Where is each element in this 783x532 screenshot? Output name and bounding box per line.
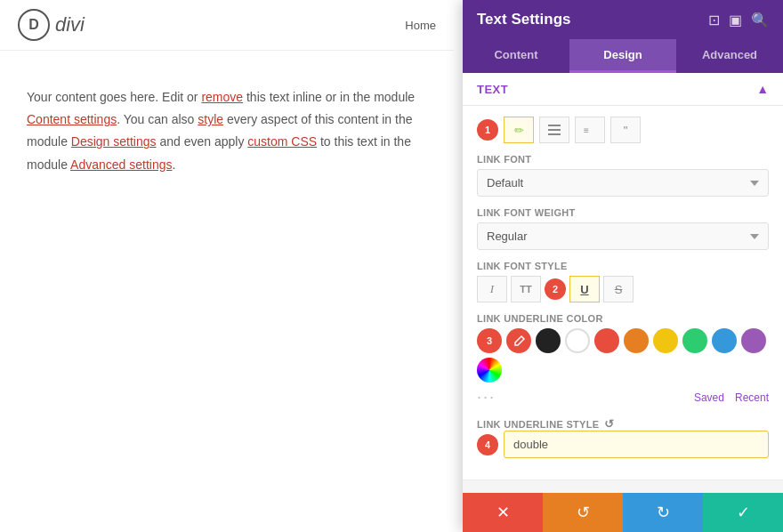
toolbar-save-button[interactable]: ✓	[703, 493, 783, 532]
tab-advanced[interactable]: Advanced	[676, 39, 783, 73]
link-underline-style-label: Link Underline Style ↺	[477, 417, 769, 431]
style-link[interactable]: style	[198, 112, 223, 126]
color-dots: ···	[477, 388, 496, 407]
toolbar-redo-button[interactable]: ↻	[623, 493, 703, 532]
text-align-row: 1 ✏ ≡ "	[477, 117, 769, 143]
tab-content[interactable]: Content	[463, 39, 569, 73]
link-font-style-group: Link Font Style I TT 2 U S	[477, 261, 769, 302]
toolbar-reset-button[interactable]: ↺	[543, 493, 623, 532]
link-font-weight-select[interactable]: Regular	[477, 222, 769, 250]
color-swatch-black[interactable]	[536, 328, 561, 353]
search-icon[interactable]: 🔍	[751, 12, 769, 28]
font-style-strikethrough[interactable]: S	[603, 276, 634, 302]
step-badge-4: 4	[477, 434, 498, 455]
align-btn-pencil[interactable]: ✏	[504, 117, 534, 143]
color-swatch-rainbow[interactable]	[477, 358, 502, 383]
remove-link[interactable]: remove	[201, 90, 243, 104]
panel-body: Text ▲ 1 ✏ ≡ " Link Font Default	[463, 73, 783, 493]
section-header: Text ▲	[463, 73, 783, 106]
section-collapse-icon[interactable]: ▲	[756, 82, 769, 96]
section-title: Text	[477, 83, 508, 96]
layout-icon[interactable]: ▣	[729, 12, 742, 28]
bottom-toolbar: ✕ ↺ ↻ ✓	[463, 493, 783, 532]
step-badge-3: 3	[477, 328, 502, 353]
color-swatch-green[interactable]	[682, 328, 707, 353]
preview-logo: D divi	[18, 9, 85, 41]
color-swatch-purple[interactable]	[741, 328, 766, 353]
svg-text:≡: ≡	[584, 125, 589, 135]
website-preview: D divi Home Your content goes here. Edit…	[0, 0, 454, 532]
panel-header: Text Settings ⊡ ▣ 🔍	[463, 0, 783, 39]
link-underline-style-group: Link Underline Style ↺ 4 solid dotted da…	[477, 417, 769, 458]
align-btn-list[interactable]	[539, 117, 569, 143]
color-edit-button[interactable]	[506, 328, 531, 353]
step-badge-1: 1	[477, 119, 498, 141]
font-style-underline[interactable]: U	[569, 276, 600, 302]
svg-rect-1	[548, 129, 561, 131]
advanced-settings-link[interactable]: Advanced settings	[70, 157, 172, 172]
link-underline-color-group: Link Underline Color 3	[477, 313, 769, 407]
color-links: Saved Recent	[694, 391, 769, 404]
color-recent-link[interactable]: Recent	[735, 391, 769, 404]
preview-text: Your content goes here. Edit or remove t…	[27, 86, 427, 176]
link-font-style-label: Link Font Style	[477, 261, 769, 271]
color-swatch-orange[interactable]	[624, 328, 649, 353]
color-swatch-row: 3	[477, 328, 769, 383]
align-btn-quote[interactable]: "	[610, 117, 641, 143]
link-font-select[interactable]: Default	[477, 169, 769, 197]
link-underline-color-label: Link Underline Color	[477, 313, 769, 324]
step-badge-2: 2	[545, 278, 566, 300]
color-row-footer: ··· Saved Recent	[477, 388, 769, 407]
logo-brand: divi	[55, 13, 85, 36]
preview-content: Your content goes here. Edit or remove t…	[0, 51, 454, 212]
underline-select-wrapper: 4 solid dotted dashed double wavy	[477, 431, 769, 458]
font-style-italic[interactable]: I	[477, 276, 507, 302]
link-font-weight-group: Link Font Weight Regular	[477, 207, 769, 250]
panel-tabs: Content Design Advanced	[463, 39, 783, 73]
panel-title: Text Settings	[477, 11, 570, 28]
svg-rect-0	[548, 125, 561, 126]
link-underline-style-select[interactable]: solid dotted dashed double wavy	[504, 431, 769, 458]
link-font-label: Link Font	[477, 154, 769, 165]
font-style-uppercase[interactable]: TT	[511, 276, 541, 302]
logo-circle: D	[18, 9, 50, 41]
fullscreen-icon[interactable]: ⊡	[708, 12, 720, 28]
section-content: 1 ✏ ≡ " Link Font Default Link Font Wei	[463, 106, 783, 480]
toolbar-cancel-button[interactable]: ✕	[463, 493, 543, 532]
align-btn-ordered[interactable]: ≡	[575, 117, 605, 143]
preview-nav: D divi Home	[0, 0, 454, 51]
nav-link-home[interactable]: Home	[405, 19, 436, 32]
tab-design[interactable]: Design	[569, 39, 676, 73]
custom-css-link[interactable]: custom CSS	[247, 134, 317, 149]
panel-header-icons: ⊡ ▣ 🔍	[708, 12, 769, 28]
color-swatch-yellow[interactable]	[653, 328, 678, 353]
design-settings-link[interactable]: Design settings	[71, 134, 157, 149]
svg-rect-2	[548, 133, 561, 135]
color-swatch-blue[interactable]	[712, 328, 737, 353]
color-swatch-red[interactable]	[594, 328, 619, 353]
color-swatch-white[interactable]	[565, 328, 590, 353]
settings-panel: Text Settings ⊡ ▣ 🔍 Content Design Advan…	[463, 0, 783, 532]
font-style-row: I TT 2 U S	[477, 276, 769, 302]
content-settings-link[interactable]: Content settings	[27, 112, 117, 126]
link-font-weight-label: Link Font Weight	[477, 207, 769, 218]
link-font-group: Link Font Default	[477, 154, 769, 197]
preview-nav-links: Home	[405, 19, 436, 32]
underline-style-reset-icon[interactable]: ↺	[604, 417, 614, 431]
color-saved-link[interactable]: Saved	[694, 391, 724, 404]
